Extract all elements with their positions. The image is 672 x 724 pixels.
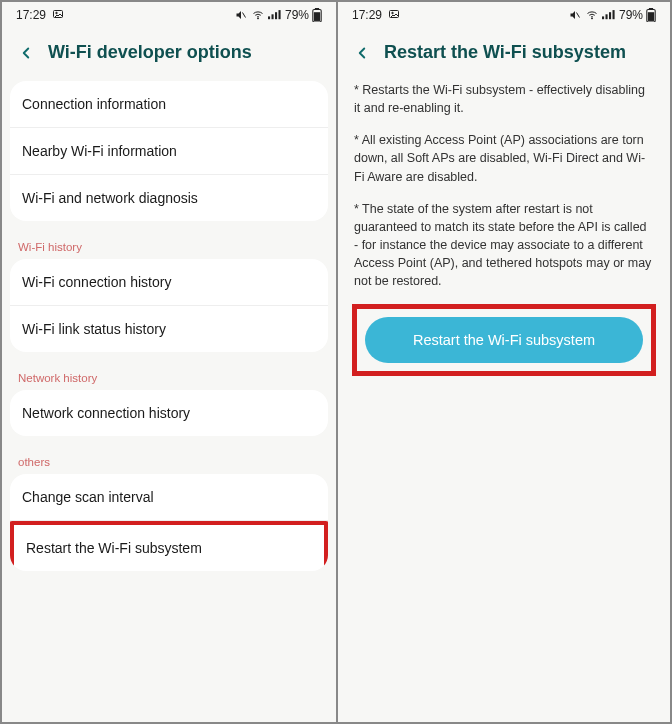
svg-rect-18 <box>612 10 614 19</box>
desc-paragraph-1: * Restarts the Wi-Fi subsystem - effecti… <box>354 81 654 117</box>
wifi-icon <box>585 9 599 21</box>
picture-icon <box>52 8 64 23</box>
signal-icon <box>602 9 616 21</box>
description: * Restarts the Wi-Fi subsystem - effecti… <box>338 81 670 290</box>
section-network-history: Network history <box>2 362 336 390</box>
battery-pct: 79% <box>285 8 309 22</box>
screen-restart-wifi: 17:29 79% Restart the Wi-Fi subsyste <box>336 2 670 722</box>
status-time: 17:29 <box>352 8 382 22</box>
screen-wifi-dev-options: 17:29 79% Wi-Fi developer options <box>2 2 336 722</box>
item-wifi-link-history[interactable]: Wi-Fi link status history <box>10 306 328 352</box>
svg-rect-16 <box>605 14 607 19</box>
svg-rect-10 <box>314 12 320 21</box>
desc-paragraph-3: * The state of the system after restart … <box>354 200 654 291</box>
content-area[interactable]: * Restarts the Wi-Fi subsystem - effecti… <box>338 81 670 722</box>
section-wifi-history: Wi-Fi history <box>2 231 336 259</box>
desc-paragraph-2: * All existing Access Point (AP) associa… <box>354 131 654 185</box>
svg-rect-6 <box>275 12 277 19</box>
status-time: 17:29 <box>16 8 46 22</box>
item-network-diagnosis[interactable]: Wi-Fi and network diagnosis <box>10 175 328 221</box>
item-restart-wifi-subsystem[interactable]: Restart the Wi-Fi subsystem <box>10 521 328 571</box>
svg-line-13 <box>576 13 579 18</box>
mute-icon <box>234 9 248 21</box>
header: Wi-Fi developer options <box>2 28 336 81</box>
battery-icon <box>312 8 322 22</box>
svg-rect-5 <box>271 14 273 19</box>
group-wifi-history: Wi-Fi connection history Wi-Fi link stat… <box>10 259 328 352</box>
back-icon[interactable] <box>352 43 372 63</box>
content-area[interactable]: Connection information Nearby Wi-Fi info… <box>2 81 336 722</box>
page-title: Restart the Wi-Fi subsystem <box>384 42 626 63</box>
signal-icon <box>268 9 282 21</box>
status-bar: 17:29 79% <box>338 2 670 28</box>
mute-icon <box>568 9 582 21</box>
item-nearby-wifi[interactable]: Nearby Wi-Fi information <box>10 128 328 175</box>
svg-point-14 <box>591 18 592 19</box>
svg-rect-21 <box>648 12 654 21</box>
item-change-scan-interval[interactable]: Change scan interval <box>10 474 328 521</box>
header: Restart the Wi-Fi subsystem <box>338 28 670 81</box>
restart-wifi-button[interactable]: Restart the Wi-Fi subsystem <box>365 317 643 363</box>
wifi-icon <box>251 9 265 21</box>
svg-rect-17 <box>609 12 611 19</box>
item-connection-info[interactable]: Connection information <box>10 81 328 128</box>
battery-icon <box>646 8 656 22</box>
group-general: Connection information Nearby Wi-Fi info… <box>10 81 328 221</box>
group-others: Change scan interval Restart the Wi-Fi s… <box>10 474 328 571</box>
section-others: others <box>2 446 336 474</box>
svg-rect-15 <box>602 16 604 19</box>
group-network-history: Network connection history <box>10 390 328 436</box>
picture-icon <box>388 8 400 23</box>
svg-rect-7 <box>278 10 280 19</box>
svg-rect-4 <box>268 16 270 19</box>
svg-point-12 <box>392 12 394 14</box>
page-title: Wi-Fi developer options <box>48 42 252 63</box>
battery-pct: 79% <box>619 8 643 22</box>
svg-point-3 <box>257 18 258 19</box>
item-wifi-conn-history[interactable]: Wi-Fi connection history <box>10 259 328 306</box>
back-icon[interactable] <box>16 43 36 63</box>
svg-line-2 <box>242 13 245 18</box>
item-network-conn-history[interactable]: Network connection history <box>10 390 328 436</box>
action-highlight: Restart the Wi-Fi subsystem <box>352 304 656 376</box>
svg-point-1 <box>56 12 58 14</box>
status-bar: 17:29 79% <box>2 2 336 28</box>
